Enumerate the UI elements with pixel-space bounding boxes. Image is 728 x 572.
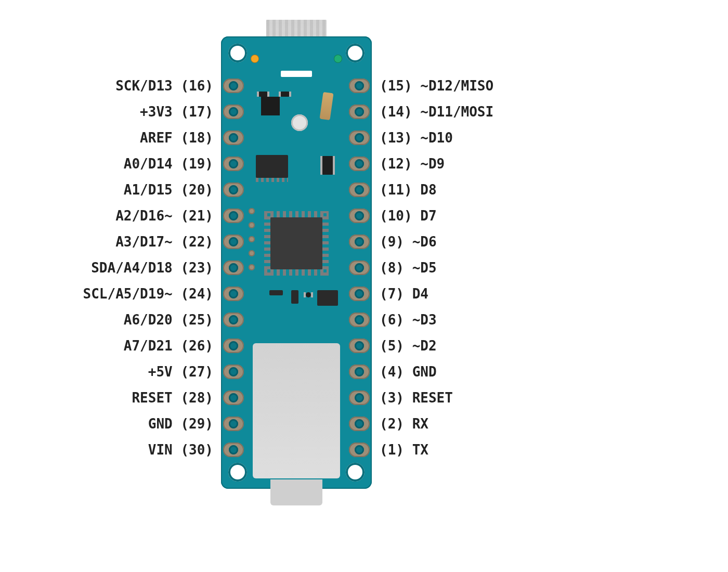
pin-label: (4) GND bbox=[380, 359, 640, 385]
pin-pad bbox=[221, 229, 246, 255]
pin-pad bbox=[347, 99, 372, 125]
pin-name: RESET bbox=[412, 390, 453, 406]
pin-label: A3/D17~ (22) bbox=[0, 229, 213, 255]
ic-small-top bbox=[261, 97, 280, 115]
pin-name: GND bbox=[412, 364, 437, 380]
pin-pad bbox=[347, 151, 372, 177]
pin-pad bbox=[347, 437, 372, 463]
pin-label: (11) D8 bbox=[380, 177, 640, 203]
pin-pads-right-column bbox=[347, 73, 372, 463]
pin-name: +3V3 bbox=[140, 104, 173, 120]
pin-label: (9) ~D6 bbox=[380, 229, 640, 255]
ic-small-bottom-left bbox=[269, 290, 283, 295]
main-mcu-chip bbox=[270, 217, 322, 269]
pin-number: (28) bbox=[180, 390, 213, 406]
pin-label: (13) ~D10 bbox=[380, 125, 640, 151]
pin-pad bbox=[347, 229, 372, 255]
pin-name: SDA/A4/D18 bbox=[91, 260, 173, 276]
pin-number: (24) bbox=[180, 286, 213, 302]
pin-name: A3/D17~ bbox=[115, 234, 173, 250]
pin-number: (15) bbox=[380, 78, 412, 94]
pin-number: (5) bbox=[380, 338, 404, 354]
pin-name: A0/D14 bbox=[124, 156, 173, 172]
pin-name: ~D5 bbox=[412, 260, 437, 276]
pin-name: A7/D21 bbox=[124, 338, 173, 354]
pin-name: ~D2 bbox=[412, 338, 437, 354]
pin-name: ~D9 bbox=[420, 156, 445, 172]
pin-name: ~D3 bbox=[412, 312, 437, 328]
pin-pad bbox=[347, 359, 372, 385]
pin-pad bbox=[347, 385, 372, 411]
pin-pad bbox=[221, 177, 246, 203]
pin-number: (6) bbox=[380, 312, 404, 328]
pin-pad bbox=[347, 307, 372, 333]
pin-pad bbox=[221, 333, 246, 359]
pin-label: A1/D15 (20) bbox=[0, 177, 213, 203]
pin-number: (19) bbox=[180, 156, 213, 172]
pin-pad bbox=[347, 203, 372, 229]
pin-name: AREF bbox=[140, 130, 173, 146]
pin-label: +5V (27) bbox=[0, 359, 213, 385]
pin-number: (29) bbox=[180, 416, 213, 432]
ic-medium bbox=[256, 155, 288, 178]
pin-label: GND (29) bbox=[0, 411, 213, 437]
pin-pad bbox=[347, 255, 372, 281]
pin-name: ~D10 bbox=[420, 130, 453, 146]
status-led-orange bbox=[251, 55, 258, 62]
mount-hole-top-right bbox=[346, 44, 365, 62]
pin-number: (23) bbox=[180, 260, 213, 276]
pin-pad bbox=[347, 333, 372, 359]
pinout-diagram: SCK/D13 (16)+3V3 (17)AREF (18)A0/D14 (19… bbox=[0, 0, 728, 572]
pin-label: SCK/D13 (16) bbox=[0, 73, 213, 99]
pin-pad bbox=[221, 359, 246, 385]
pin-label: (7) D4 bbox=[380, 281, 640, 307]
mount-hole-bottom-right bbox=[346, 463, 365, 482]
pin-label: (8) ~D5 bbox=[380, 255, 640, 281]
pin-number: (17) bbox=[180, 104, 213, 120]
pin-number: (11) bbox=[380, 182, 412, 198]
pin-pad bbox=[347, 125, 372, 151]
smd-passive bbox=[306, 292, 311, 297]
pin-name: GND bbox=[148, 416, 173, 432]
pin-pad bbox=[221, 73, 246, 99]
pin-number: (16) bbox=[180, 78, 213, 94]
pin-name: +5V bbox=[148, 364, 173, 380]
pin-label: (15) ~D12/MISO bbox=[380, 73, 640, 99]
pin-labels-right-column: (15) ~D12/MISO(14) ~D11/MOSI(13) ~D10(12… bbox=[380, 73, 640, 463]
pin-pad bbox=[221, 281, 246, 307]
pin-label: (1) TX bbox=[380, 437, 640, 463]
pin-label: (14) ~D11/MOSI bbox=[380, 99, 640, 125]
pin-number: (9) bbox=[380, 234, 404, 250]
pin-label: +3V3 (17) bbox=[0, 99, 213, 125]
ic-small-bottom-right bbox=[317, 290, 338, 306]
pin-number: (26) bbox=[180, 338, 213, 354]
pin-pad bbox=[347, 281, 372, 307]
pin-number: (4) bbox=[380, 364, 404, 380]
smd-passive bbox=[281, 92, 289, 97]
pin-number: (10) bbox=[380, 208, 412, 224]
pin-name: D7 bbox=[420, 208, 436, 224]
pin-number: (13) bbox=[380, 130, 412, 146]
pin-pad bbox=[221, 125, 246, 151]
pin-label: VIN (30) bbox=[0, 437, 213, 463]
pin-label: SDA/A4/D18 (23) bbox=[0, 255, 213, 281]
pin-label: A2/D16~ (21) bbox=[0, 203, 213, 229]
pin-name: VIN bbox=[148, 442, 173, 458]
pin-name: D4 bbox=[412, 286, 428, 302]
pin-name: SCL/A5/D19~ bbox=[83, 286, 173, 302]
pin-number: (25) bbox=[180, 312, 213, 328]
pin-name: RESET bbox=[132, 390, 172, 406]
pin-number: (3) bbox=[380, 390, 404, 406]
pin-number: (22) bbox=[180, 234, 213, 250]
pin-pad bbox=[221, 385, 246, 411]
pin-label: (6) ~D3 bbox=[380, 307, 640, 333]
pin-pads-left-column bbox=[221, 73, 246, 463]
pin-pad bbox=[221, 437, 246, 463]
pin-label: (2) RX bbox=[380, 411, 640, 437]
pin-name: A2/D16~ bbox=[115, 208, 173, 224]
pin-name: A6/D20 bbox=[124, 312, 173, 328]
pin-number: (1) bbox=[380, 442, 404, 458]
pin-number: (30) bbox=[180, 442, 213, 458]
pin-label: SCL/A5/D19~ (24) bbox=[0, 281, 213, 307]
pin-pad bbox=[221, 307, 246, 333]
